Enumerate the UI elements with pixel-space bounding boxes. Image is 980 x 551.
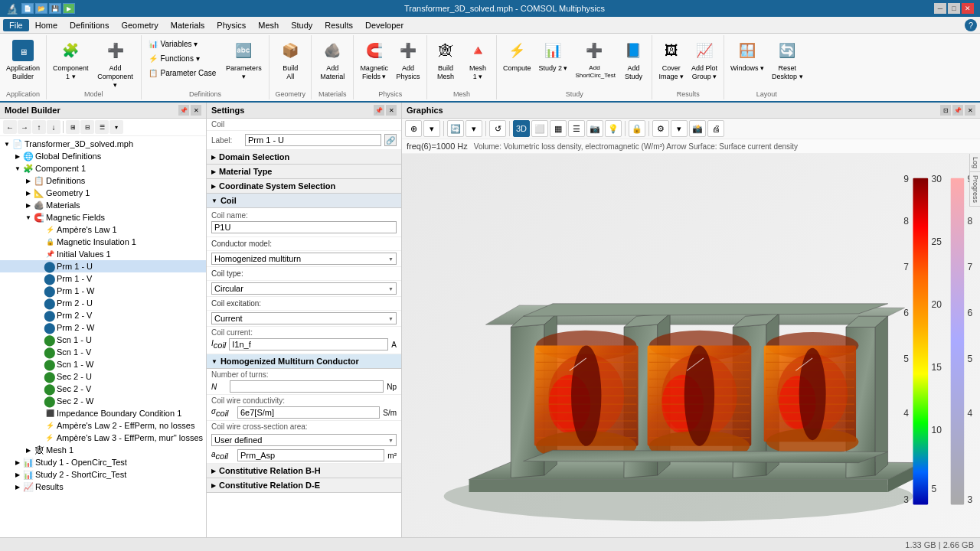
model-builder-pin[interactable]: 📌 (178, 105, 189, 116)
nav-forward[interactable]: → (18, 120, 31, 134)
close-button[interactable]: ✕ (962, 3, 974, 14)
tree-item-amperes3[interactable]: ▶ ⚡ Ampère's Law 3 - EffPerm, mur'' loss… (0, 432, 206, 444)
homogenized-header[interactable]: ▼ Homogenized Multiturn Conductor (207, 354, 401, 369)
functions-button[interactable]: ⚡Functions ▾ (145, 51, 219, 65)
side-tab-progress[interactable]: Progress (970, 172, 980, 207)
minimize-button[interactable]: ─ (934, 3, 946, 14)
expand-definitions[interactable]: ▶ (24, 177, 32, 184)
tree-item-results[interactable]: ▶ 📈 Results (0, 481, 206, 493)
view-options[interactable]: ☰ (95, 120, 109, 134)
menu-mesh[interactable]: Mesh (252, 19, 285, 31)
expand-global[interactable]: ▶ (14, 152, 21, 160)
add-component-button[interactable]: ➕ AddComponent ▾ (93, 37, 138, 90)
titlebar-controls[interactable]: ─ □ ✕ (934, 3, 974, 14)
add-shortcirc-button[interactable]: ➕ AddShortCirc_Test (572, 37, 616, 80)
expand-results[interactable]: ▶ (14, 483, 21, 491)
study2-button[interactable]: 📊 Study 2 ▾ (535, 37, 570, 74)
new-file-icon[interactable]: 📄 (21, 3, 34, 14)
scene-tree-btn[interactable]: ☰ (568, 120, 585, 137)
nav-up[interactable]: ↑ (32, 120, 46, 134)
menu-study[interactable]: Study (285, 19, 318, 31)
tree-item-scn1u[interactable]: ▶ ⬤ Scn 1 - U (0, 334, 206, 346)
lighting-btn[interactable]: 💡 (605, 120, 622, 137)
run-icon[interactable]: ▶ (63, 3, 75, 14)
add-material-button[interactable]: 🪨 AddMaterial (317, 37, 348, 83)
help-button[interactable]: ? (965, 19, 977, 31)
render-surface-btn[interactable]: ▦ (550, 120, 567, 137)
expand-mesh1[interactable]: ▶ (24, 446, 32, 454)
graphics-pin[interactable]: 📌 (952, 105, 963, 116)
tree-item-prm2u[interactable]: ▶ ⬤ Prm 2 - U (0, 297, 206, 309)
coil-type-dropdown[interactable]: Circular ▼ (211, 282, 397, 295)
tree-item-geom1[interactable]: ▶ 📐 Geometry 1 (0, 187, 206, 199)
tree-item-study2[interactable]: ▶ 📊 Study 2 - ShortCirc_Test (0, 468, 206, 481)
graphics-close[interactable]: ✕ (965, 105, 975, 116)
tree-item-sec2u[interactable]: ▶ ⬤ Sec 2 - U (0, 370, 206, 383)
graphics-undock[interactable]: ⊡ (940, 105, 951, 116)
constitutive-bh-header[interactable]: ▶ Constitutive Relation B-H (207, 464, 401, 478)
more-options[interactable]: ▾ (109, 120, 123, 134)
domain-selection-header[interactable]: ▶ Domain Selection (207, 150, 401, 165)
tree-item-sec2v[interactable]: ▶ ⬤ Sec 2 - V (0, 383, 206, 395)
tree-item-prm2v[interactable]: ▶ ⬤ Prm 2 - V (0, 309, 206, 321)
reset-desktop-button[interactable]: 🔄 ResetDesktop ▾ (769, 37, 806, 83)
render-wire-btn[interactable]: ⬜ (531, 120, 548, 137)
material-type-header[interactable]: ▶ Material Type (207, 165, 401, 179)
expand-mag-fields[interactable]: ▼ (24, 214, 32, 221)
expand-comp1[interactable]: ▼ (14, 165, 21, 172)
print-btn[interactable]: 🖨 (707, 120, 724, 137)
component-button[interactable]: 🧩 Component1 ▾ (50, 37, 92, 83)
render-3d-btn[interactable]: 3D (513, 120, 530, 137)
open-icon[interactable]: 📂 (35, 3, 47, 14)
menu-materials[interactable]: Materials (165, 19, 211, 31)
build-mesh-button[interactable]: 🕸 BuildMesh (430, 37, 461, 83)
tree-item-study1[interactable]: ▶ 📊 Study 1 - OpenCirc_Test (0, 456, 206, 468)
cross-section-type-dropdown[interactable]: User defined ▼ (211, 434, 397, 446)
refresh-btn[interactable]: ↺ (489, 120, 506, 137)
settings-close[interactable]: ✕ (386, 105, 397, 116)
conductor-model-dropdown[interactable]: Homogenized multiturn ▼ (211, 253, 397, 265)
tree-item-prm2w[interactable]: ▶ ⬤ Prm 2 - W (0, 321, 206, 334)
conductivity-input[interactable] (237, 406, 380, 419)
tree-item-scn1w[interactable]: ▶ ⬤ Scn 1 - W (0, 358, 206, 370)
expand-study1[interactable]: ▶ (14, 458, 21, 466)
add-plot-button[interactable]: 📈 Add PlotGroup ▾ (688, 37, 720, 83)
compute-button[interactable]: ⚡ Compute (500, 37, 534, 74)
num-turns-input[interactable] (230, 380, 384, 393)
tree-item-amperes2[interactable]: ▶ ⚡ Ampère's Law 2 - EffPerm, no losses (0, 419, 206, 432)
application-builder-button[interactable]: 🖥 ApplicationBuilder (3, 37, 43, 83)
tree-item-prm1v[interactable]: ▶ ⬤ Prm 1 - V (0, 272, 206, 285)
tree-item-global[interactable]: ▶ 🌐 Global Definitions (0, 150, 206, 162)
variables-button[interactable]: 📊Variables ▾ (145, 37, 219, 51)
render-options-btn[interactable]: ⚙ (652, 120, 669, 137)
tree-item-mag-insulation[interactable]: ▶ 🔒 Magnetic Insulation 1 (0, 236, 206, 248)
tree-item-initial-values[interactable]: ▶ 📌 Initial Values 1 (0, 248, 206, 260)
side-tab-log[interactable]: Log (970, 154, 980, 172)
screenshot-btn[interactable]: 📸 (689, 120, 706, 137)
reset-view-btn[interactable]: 🔄 (447, 120, 464, 137)
maximize-button[interactable]: □ (948, 3, 960, 14)
constitutive-de-header[interactable]: ▶ Constitutive Relation D-E (207, 478, 401, 493)
tree-item-sec2w[interactable]: ▶ ⬤ Sec 2 - W (0, 395, 206, 407)
tree-item-root[interactable]: ▼ 📄 Transformer_3D_solved.mph (0, 138, 206, 150)
tree-item-impedance[interactable]: ▶ ⬛ Impedance Boundary Condition 1 (0, 407, 206, 419)
parameters-button[interactable]: 🔤 Parameters ▾ (221, 37, 266, 83)
build-all-button[interactable]: 📦 BuildAll (275, 37, 305, 83)
add-physics-button[interactable]: ➕ AddPhysics (393, 37, 423, 83)
tree-item-prm1w[interactable]: ▶ ⬤ Prm 1 - W (0, 285, 206, 297)
tree-item-scn1v[interactable]: ▶ ⬤ Scn 1 - V (0, 346, 206, 358)
tree-item-materials[interactable]: ▶ 🪨 Materials (0, 199, 206, 211)
tree-item-comp1[interactable]: ▼ 🧩 Component 1 (0, 162, 206, 174)
menu-geometry[interactable]: Geometry (115, 19, 164, 31)
coil-current-input[interactable] (229, 338, 388, 350)
windows-button[interactable]: 🪟 Windows ▾ (727, 37, 767, 74)
zoom-dropdown-btn[interactable]: ▾ (423, 120, 440, 137)
menu-results[interactable]: Results (318, 19, 359, 31)
menu-definitions[interactable]: Definitions (64, 19, 115, 31)
tree-item-prm1u[interactable]: ▶ ⬤ Prm 1 - U (0, 260, 206, 272)
camera-btn[interactable]: 📷 (586, 120, 603, 137)
coord-system-header[interactable]: ▶ Coordinate System Selection (207, 179, 401, 194)
label-icon-btn[interactable]: 🔗 (384, 134, 397, 146)
cross-section-input[interactable] (237, 449, 384, 461)
save-icon[interactable]: 💾 (49, 3, 61, 14)
